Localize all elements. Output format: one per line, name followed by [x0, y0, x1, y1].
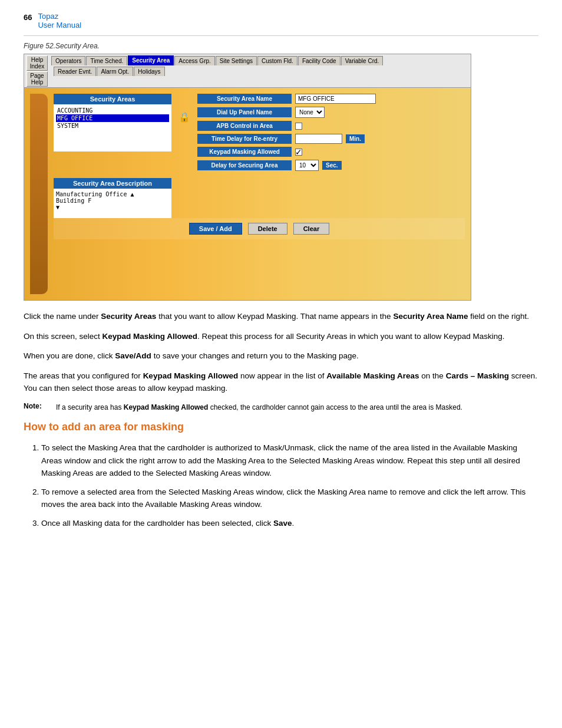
apb-control-label: APB Control in Area	[197, 121, 292, 131]
tab-reader-evnt[interactable]: Reader Evnt.	[54, 67, 96, 76]
page-subtitle: User Manual	[38, 21, 81, 29]
time-delay-row: Time Delay for Re-entry Min.	[197, 134, 465, 144]
dial-up-panel-row: Dial Up Panel Name None	[197, 107, 465, 118]
delay-securing-select[interactable]: 10	[295, 160, 319, 171]
delay-securing-unit: Sec.	[322, 161, 342, 170]
time-delay-input[interactable]	[295, 134, 342, 144]
page-title-block: Topaz User Manual	[38, 12, 81, 29]
security-areas-body: ACCOUNTING MFG OFFICE SYSTEM	[54, 104, 171, 151]
keypad-masking-label: Keypad Masking Allowed	[197, 147, 292, 157]
nav-bar-left: HelpIndex PageHelp	[27, 55, 48, 87]
lock-icon-container: 🔒	[177, 94, 191, 171]
left-sidebar-decoration	[30, 94, 48, 294]
step-3: Once all Masking data for the cardholder…	[41, 517, 538, 530]
right-panel: Security Area Name Dial Up Panel Name No…	[197, 94, 465, 171]
desc-header: Security Area Description	[54, 178, 171, 189]
security-item-system[interactable]: SYSTEM	[56, 122, 169, 130]
figure-caption: Figure 52.Security Area.	[24, 42, 538, 50]
tab-facility-code[interactable]: Facility Code	[298, 56, 340, 65]
step-1: To select the Masking Area that the card…	[41, 442, 538, 480]
tab-alarm-opt[interactable]: Alarm Opt.	[97, 67, 133, 76]
body-para-3: When you are done, click Save/Add to sav…	[24, 350, 538, 363]
help-index-button[interactable]: HelpIndex	[27, 55, 48, 71]
desc-panel: Security Area Description Manufacturing …	[54, 178, 171, 218]
screenshot-body: Security Areas ACCOUNTING MFG OFFICE SYS…	[24, 88, 471, 300]
main-content-row: Security Areas ACCOUNTING MFG OFFICE SYS…	[54, 94, 465, 171]
security-area-name-row: Security Area Name	[197, 94, 465, 104]
security-area-name-label: Security Area Name	[197, 94, 292, 104]
tabs-row2: Reader Evnt. Alarm Opt. Holidays	[51, 65, 468, 76]
clear-button[interactable]: Clear	[293, 223, 330, 235]
page-header: 66 Topaz User Manual	[24, 12, 538, 29]
desc-line1: Manufacturing Office ▲	[56, 191, 169, 197]
delete-button[interactable]: Delete	[248, 223, 287, 235]
nav-bar: HelpIndex PageHelp Operators Time Sched.…	[24, 54, 471, 88]
keypad-masking-checkbox[interactable]: ✓	[295, 149, 302, 156]
tab-custom-fld[interactable]: Custom Fld.	[257, 56, 297, 65]
step-2: To remove a selected area from the Selec…	[41, 486, 538, 511]
page-container: 66 Topaz User Manual Figure 52.Security …	[0, 0, 562, 549]
section-heading: How to add an area for masking	[24, 421, 538, 433]
tab-variable-crd[interactable]: Variable Crd.	[341, 56, 384, 65]
security-areas-panel: Security Areas ACCOUNTING MFG OFFICE SYS…	[54, 94, 171, 151]
security-item-accounting[interactable]: ACCOUNTING	[56, 107, 169, 114]
delay-securing-label: Delay for Securing Area	[197, 160, 292, 170]
screenshot-main: Security Areas ACCOUNTING MFG OFFICE SYS…	[54, 94, 465, 294]
desc-line2: Building F	[56, 197, 169, 204]
tab-holidays[interactable]: Holidays	[134, 67, 164, 76]
tab-access-grp[interactable]: Access Grp.	[174, 56, 214, 65]
apb-control-row: APB Control in Area	[197, 121, 465, 131]
tab-operators[interactable]: Operators	[51, 56, 85, 65]
desc-scrollbar-down[interactable]: ▼	[56, 204, 169, 210]
security-areas-column: Security Areas ACCOUNTING MFG OFFICE SYS…	[54, 94, 171, 171]
lock-icon: 🔒	[177, 111, 191, 123]
dial-up-panel-label: Dial Up Panel Name	[197, 107, 292, 117]
tab-site-settings[interactable]: Site Settings	[216, 56, 257, 65]
brand-link[interactable]: Topaz	[38, 12, 81, 21]
dial-up-panel-select[interactable]: None	[295, 107, 325, 118]
save-add-button[interactable]: Save / Add	[189, 223, 242, 235]
tabs-container: Operators Time Sched. Security Area Acce…	[51, 55, 468, 76]
page-number: 66	[24, 12, 32, 22]
tabs-row1: Operators Time Sched. Security Area Acce…	[51, 55, 468, 65]
note-content: If a security area has Keypad Masking Al…	[56, 402, 538, 413]
page-help-button[interactable]: PageHelp	[27, 71, 48, 87]
keypad-masking-row: Keypad Masking Allowed ✓	[197, 147, 465, 157]
body-para-4: The areas that you configured for Keypad…	[24, 370, 538, 395]
delay-securing-row: Delay for Securing Area 10 Sec.	[197, 160, 465, 171]
time-delay-unit: Min.	[346, 134, 365, 143]
screenshot-container: HelpIndex PageHelp Operators Time Sched.…	[24, 54, 471, 301]
body-para-2: On this screen, select Keypad Masking Al…	[24, 330, 538, 343]
top-divider	[24, 35, 538, 36]
security-area-name-input[interactable]	[295, 94, 376, 104]
desc-body: Manufacturing Office ▲ Building F ▼	[54, 189, 171, 218]
bottom-section: Security Area Description Manufacturing …	[54, 178, 465, 218]
tab-time-sched[interactable]: Time Sched.	[86, 56, 127, 65]
note-block: Note: If a security area has Keypad Mask…	[24, 402, 538, 413]
screenshot-footer: Save / Add Delete Clear	[54, 218, 465, 239]
body-para-1: Click the name under Security Areas that…	[24, 310, 538, 323]
time-delay-label: Time Delay for Re-entry	[197, 134, 292, 144]
steps-list: To select the Masking Area that the card…	[41, 442, 538, 530]
note-label: Note:	[24, 402, 50, 413]
apb-control-checkbox[interactable]	[295, 123, 302, 130]
security-areas-header: Security Areas	[54, 94, 171, 104]
tab-security-area[interactable]: Security Area	[128, 55, 174, 65]
security-item-mfg-office[interactable]: MFG OFFICE	[56, 114, 169, 122]
